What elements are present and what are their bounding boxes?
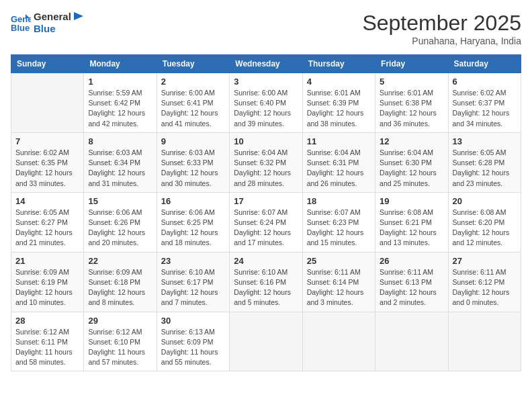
day-number: 8 [88,136,152,146]
day-info: Sunrise: 6:07 AM Sunset: 6:23 PM Dayligh… [307,208,371,248]
day-info: Sunrise: 6:07 AM Sunset: 6:24 PM Dayligh… [234,208,298,248]
day-number: 15 [88,196,152,206]
calendar-cell: 2Sunrise: 6:00 AM Sunset: 6:41 PM Daylig… [157,73,229,133]
calendar-cell: 27Sunrise: 6:11 AM Sunset: 6:12 PM Dayli… [448,252,521,312]
day-info: Sunrise: 6:12 AM Sunset: 6:10 PM Dayligh… [88,327,152,368]
weekday-header: Friday [375,55,448,73]
day-info: Sunrise: 6:04 AM Sunset: 6:31 PM Dayligh… [307,148,371,189]
calendar-cell: 25Sunrise: 6:11 AM Sunset: 6:14 PM Dayli… [302,252,375,312]
logo-flag-icon [73,12,85,28]
weekday-header: Sunday [11,55,84,73]
calendar-cell: 30Sunrise: 6:13 AM Sunset: 6:09 PM Dayli… [157,312,229,371]
day-number: 6 [453,77,517,87]
logo-general: General [34,11,71,23]
calendar-cell: 8Sunrise: 6:03 AM Sunset: 6:34 PM Daylig… [84,132,157,192]
calendar-cell [302,312,375,371]
day-info: Sunrise: 6:13 AM Sunset: 6:09 PM Dayligh… [161,327,225,368]
day-info: Sunrise: 6:04 AM Sunset: 6:30 PM Dayligh… [380,148,443,189]
calendar-cell: 16Sunrise: 6:06 AM Sunset: 6:25 PM Dayli… [157,192,229,252]
calendar-week-row: 21Sunrise: 6:09 AM Sunset: 6:19 PM Dayli… [11,252,521,312]
month-title: September 2025 [362,11,521,36]
calendar-cell: 24Sunrise: 6:10 AM Sunset: 6:16 PM Dayli… [230,252,302,312]
weekday-header: Thursday [302,55,375,73]
day-number: 21 [15,256,79,266]
weekday-header: Tuesday [157,55,229,73]
calendar-cell [375,312,448,371]
day-info: Sunrise: 6:00 AM Sunset: 6:40 PM Dayligh… [234,88,298,129]
day-number: 20 [453,196,517,206]
calendar-cell: 17Sunrise: 6:07 AM Sunset: 6:24 PM Dayli… [230,192,302,252]
day-number: 12 [380,136,443,146]
day-number: 25 [307,256,371,266]
page-header: General Blue General Blue September 2025… [11,11,521,46]
calendar-cell: 5Sunrise: 6:01 AM Sunset: 6:38 PM Daylig… [375,73,448,133]
calendar-cell [448,312,521,371]
day-info: Sunrise: 6:03 AM Sunset: 6:34 PM Dayligh… [88,148,152,189]
day-info: Sunrise: 6:09 AM Sunset: 6:18 PM Dayligh… [88,267,152,308]
logo-icon: General Blue [11,13,31,33]
calendar-cell: 6Sunrise: 6:02 AM Sunset: 6:37 PM Daylig… [448,73,521,133]
calendar-week-row: 28Sunrise: 6:12 AM Sunset: 6:11 PM Dayli… [11,312,521,371]
calendar-cell [11,73,84,133]
weekday-header: Monday [84,55,157,73]
day-info: Sunrise: 6:08 AM Sunset: 6:21 PM Dayligh… [380,208,443,248]
logo-blue: Blue [34,23,71,35]
calendar-table: SundayMondayTuesdayWednesdayThursdayFrid… [11,54,521,371]
day-info: Sunrise: 6:12 AM Sunset: 6:11 PM Dayligh… [15,327,79,368]
day-number: 29 [88,316,152,326]
day-info: Sunrise: 6:00 AM Sunset: 6:41 PM Dayligh… [161,88,225,129]
day-info: Sunrise: 6:11 AM Sunset: 6:13 PM Dayligh… [380,267,443,308]
day-info: Sunrise: 6:01 AM Sunset: 6:39 PM Dayligh… [307,88,371,129]
day-info: Sunrise: 6:03 AM Sunset: 6:33 PM Dayligh… [161,148,225,189]
calendar-cell [230,312,302,371]
day-number: 26 [380,256,443,266]
day-number: 28 [15,316,79,326]
day-info: Sunrise: 6:09 AM Sunset: 6:19 PM Dayligh… [15,267,79,308]
day-number: 23 [161,256,225,266]
day-number: 10 [234,136,298,146]
day-number: 5 [380,77,443,87]
calendar-cell: 10Sunrise: 6:04 AM Sunset: 6:32 PM Dayli… [230,132,302,192]
day-number: 9 [161,136,225,146]
day-info: Sunrise: 5:59 AM Sunset: 6:42 PM Dayligh… [88,88,152,129]
day-info: Sunrise: 6:10 AM Sunset: 6:16 PM Dayligh… [234,267,298,308]
day-info: Sunrise: 6:11 AM Sunset: 6:14 PM Dayligh… [307,267,371,308]
day-info: Sunrise: 6:06 AM Sunset: 6:25 PM Dayligh… [161,208,225,248]
day-number: 18 [307,196,371,206]
day-info: Sunrise: 6:02 AM Sunset: 6:37 PM Dayligh… [453,88,517,129]
calendar-cell: 9Sunrise: 6:03 AM Sunset: 6:33 PM Daylig… [157,132,229,192]
calendar-header: SundayMondayTuesdayWednesdayThursdayFrid… [11,55,521,73]
calendar-cell: 3Sunrise: 6:00 AM Sunset: 6:40 PM Daylig… [230,73,302,133]
day-number: 3 [234,77,298,87]
day-number: 27 [453,256,517,266]
calendar-cell: 18Sunrise: 6:07 AM Sunset: 6:23 PM Dayli… [302,192,375,252]
calendar-cell: 26Sunrise: 6:11 AM Sunset: 6:13 PM Dayli… [375,252,448,312]
day-number: 19 [380,196,443,206]
calendar-week-row: 14Sunrise: 6:05 AM Sunset: 6:27 PM Dayli… [11,192,521,252]
day-number: 7 [15,136,79,146]
title-block: September 2025 Punahana, Haryana, India [362,11,521,46]
day-number: 16 [161,196,225,206]
calendar-cell: 20Sunrise: 6:08 AM Sunset: 6:20 PM Dayli… [448,192,521,252]
day-number: 4 [307,77,371,87]
day-info: Sunrise: 6:05 AM Sunset: 6:28 PM Dayligh… [453,148,517,189]
day-number: 11 [307,136,371,146]
calendar-cell: 22Sunrise: 6:09 AM Sunset: 6:18 PM Dayli… [84,252,157,312]
calendar-cell: 4Sunrise: 6:01 AM Sunset: 6:39 PM Daylig… [302,73,375,133]
day-number: 1 [88,77,152,87]
day-number: 13 [453,136,517,146]
calendar-week-row: 1Sunrise: 5:59 AM Sunset: 6:42 PM Daylig… [11,73,521,133]
calendar-week-row: 7Sunrise: 6:02 AM Sunset: 6:35 PM Daylig… [11,132,521,192]
calendar-cell: 15Sunrise: 6:06 AM Sunset: 6:26 PM Dayli… [84,192,157,252]
logo: General Blue General Blue [11,11,85,35]
calendar-cell: 13Sunrise: 6:05 AM Sunset: 6:28 PM Dayli… [448,132,521,192]
day-number: 2 [161,77,225,87]
calendar-cell: 28Sunrise: 6:12 AM Sunset: 6:11 PM Dayli… [11,312,84,371]
calendar-cell: 21Sunrise: 6:09 AM Sunset: 6:19 PM Dayli… [11,252,84,312]
day-number: 17 [234,196,298,206]
day-number: 24 [234,256,298,266]
day-info: Sunrise: 6:01 AM Sunset: 6:38 PM Dayligh… [380,88,443,129]
calendar-cell: 12Sunrise: 6:04 AM Sunset: 6:30 PM Dayli… [375,132,448,192]
day-info: Sunrise: 6:11 AM Sunset: 6:12 PM Dayligh… [453,267,517,308]
day-number: 22 [88,256,152,266]
